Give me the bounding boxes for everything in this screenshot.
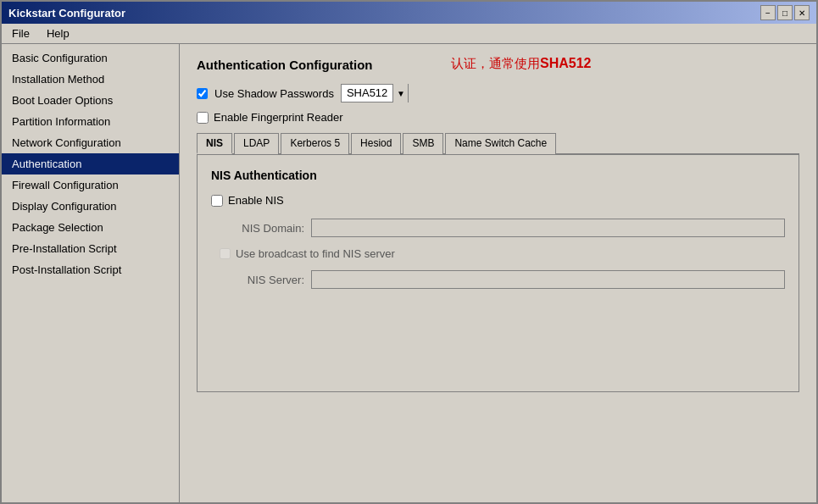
annotation: 认证，通常使用SHA512	[451, 56, 591, 72]
tabs-container: NIS LDAP Kerberos 5 Hesiod SMB Name Swit…	[197, 132, 799, 392]
sidebar-item-network-configuration[interactable]: Network Configuration	[2, 132, 179, 153]
sidebar: Basic Configuration Installation Method …	[2, 44, 180, 502]
menu-file[interactable]: File	[5, 25, 36, 42]
sidebar-item-package-selection[interactable]: Package Selection	[2, 217, 179, 238]
sidebar-item-boot-loader-options[interactable]: Boot Loader Options	[2, 90, 179, 111]
sidebar-item-post-installation-script[interactable]: Post-Installation Script	[2, 259, 179, 280]
enable-nis-checkbox[interactable]	[211, 195, 223, 207]
sidebar-item-firewall-configuration[interactable]: Firewall Configuration	[2, 174, 179, 196]
content-area: Authentication Configuration 认证，通常使用SHA5…	[180, 44, 816, 502]
annotation-bold: SHA512	[540, 56, 591, 70]
title-bar: Kickstart Configurator − □ ✕	[2, 2, 816, 24]
enable-fingerprint-checkbox[interactable]	[197, 112, 209, 124]
minimize-button[interactable]: −	[760, 5, 776, 20]
nis-domain-row: NIS Domain:	[211, 219, 785, 237]
use-shadow-passwords-label: Use Shadow Passwords	[214, 87, 334, 100]
tab-smb[interactable]: SMB	[403, 133, 443, 154]
title-buttons: − □ ✕	[760, 5, 810, 20]
sidebar-item-basic-configuration[interactable]: Basic Configuration	[2, 47, 179, 69]
tab-nis[interactable]: NIS	[197, 133, 232, 154]
broadcast-row: Use broadcast to find NIS server	[211, 247, 785, 260]
tab-name-switch-cache[interactable]: Name Switch Cache	[445, 133, 556, 154]
nis-server-row: NIS Server:	[211, 270, 785, 289]
title-bar-left: Kickstart Configurator	[8, 7, 125, 19]
menu-bar: File Help	[2, 24, 816, 44]
broadcast-label: Use broadcast to find NIS server	[236, 247, 395, 260]
sidebar-item-installation-method[interactable]: Installation Method	[2, 69, 179, 90]
nis-domain-input[interactable]	[311, 219, 785, 237]
broadcast-checkbox[interactable]	[220, 248, 231, 259]
use-shadow-passwords-checkbox[interactable]	[197, 88, 208, 99]
enable-nis-row: Enable NIS	[211, 194, 785, 207]
nis-section-title: NIS Authentication	[211, 169, 785, 182]
tab-hesiod[interactable]: Hesiod	[351, 133, 401, 154]
close-button[interactable]: ✕	[794, 5, 810, 20]
enable-nis-label: Enable NIS	[228, 194, 284, 207]
maximize-button[interactable]: □	[777, 5, 793, 20]
nis-domain-label: NIS Domain:	[211, 222, 304, 235]
sha-value: SHA512	[342, 84, 392, 102]
main-window: Kickstart Configurator − □ ✕ File Help B…	[0, 0, 818, 504]
sidebar-item-display-configuration[interactable]: Display Configuration	[2, 196, 179, 217]
window-title: Kickstart Configurator	[8, 7, 125, 19]
sidebar-item-authentication[interactable]: Authentication	[2, 153, 179, 174]
menu-help[interactable]: Help	[40, 25, 76, 42]
nis-server-label: NIS Server:	[211, 274, 304, 286]
main-content: Basic Configuration Installation Method …	[2, 44, 816, 502]
nis-server-input[interactable]	[311, 270, 785, 289]
tab-content-nis: NIS Authentication Enable NIS NIS Domain…	[197, 155, 799, 392]
tab-kerberos5[interactable]: Kerberos 5	[281, 133, 349, 154]
tab-bar: NIS LDAP Kerberos 5 Hesiod SMB Name Swit…	[197, 132, 799, 155]
annotation-text: 认证，通常使用	[451, 56, 540, 70]
sidebar-item-partition-information[interactable]: Partition Information	[2, 111, 179, 132]
enable-fingerprint-label: Enable Fingerprint Reader	[214, 111, 342, 124]
sidebar-item-pre-installation-script[interactable]: Pre-Installation Script	[2, 238, 179, 259]
fingerprint-row: Enable Fingerprint Reader	[197, 111, 799, 124]
tab-ldap[interactable]: LDAP	[234, 133, 279, 154]
sha-select[interactable]: SHA512 ▼	[341, 84, 409, 102]
shadow-passwords-row: Use Shadow Passwords SHA512 ▼	[197, 84, 799, 102]
sha-dropdown-arrow[interactable]: ▼	[392, 84, 408, 102]
